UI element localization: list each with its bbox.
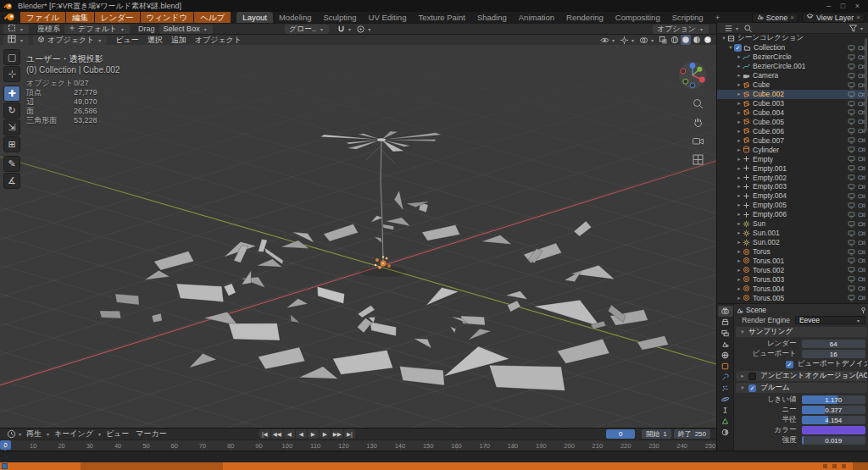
disable-render-toggle[interactable] (858, 266, 865, 274)
timeline-editor-icon[interactable] (6, 429, 17, 439)
close-button[interactable]: × (850, 0, 865, 12)
disable-render-toggle[interactable] (858, 257, 865, 264)
marker-menu[interactable]: マーカー (132, 429, 170, 440)
bloom-color-swatch[interactable] (802, 426, 866, 434)
drag-mode-dropdown[interactable]: Select Box ▾ (159, 25, 213, 34)
navigation-gizmo[interactable] (677, 60, 708, 91)
hide-viewport-toggle[interactable] (848, 275, 855, 283)
outliner-item-torus-005[interactable]: ▸Torus.005 (717, 293, 868, 302)
play-button[interactable]: ▶ (308, 429, 319, 439)
sampling-section-header[interactable]: ▾ サンプリング (736, 327, 867, 337)
expand-caret[interactable]: ▸ (736, 239, 743, 246)
unlink-view-layer-icon[interactable]: × (856, 14, 860, 21)
outliner-item-torus-002[interactable]: ▸Torus.002 (717, 265, 868, 274)
menu-render[interactable]: レンダー (95, 12, 140, 23)
ortho-grid-icon[interactable] (692, 153, 704, 166)
expand-caret[interactable]: ▸ (736, 119, 743, 125)
workspace-tab-sculpting[interactable]: Sculpting (317, 12, 362, 23)
zoom-icon[interactable] (692, 97, 704, 110)
disable-render-toggle[interactable] (858, 248, 865, 256)
particle-properties-tab[interactable] (718, 383, 733, 394)
expand-caret[interactable]: ▸ (736, 202, 743, 208)
outliner-item-empty-006[interactable]: ▸Empty.006 (717, 210, 868, 219)
constraint-properties-tab[interactable] (718, 405, 733, 416)
disable-render-toggle[interactable] (858, 192, 865, 200)
search-icon[interactable] (743, 24, 754, 33)
disable-render-toggle[interactable] (858, 155, 865, 163)
expand-caret[interactable]: ▸ (736, 81, 743, 88)
disable-render-toggle[interactable] (858, 146, 865, 153)
outliner-item-torus-001[interactable]: ▸Torus.001 (717, 257, 868, 266)
hide-viewport-toggle[interactable] (848, 211, 855, 218)
annotate-tool-button[interactable]: ✎ (3, 156, 20, 172)
expand-caret[interactable]: ▸ (736, 137, 743, 144)
orientation-dropdown[interactable]: デフォルト ▾ (64, 25, 130, 34)
outliner-item-empty-001[interactable]: ▸Empty.001 (717, 163, 868, 173)
hide-viewport-toggle[interactable] (848, 202, 855, 209)
workspace-tab-layout[interactable]: Layout (236, 12, 273, 23)
view-layer-selector[interactable]: View Layer × (802, 13, 865, 23)
outliner-item-empty-003[interactable]: ▸Empty.003 (717, 182, 868, 191)
taskbar-clock-area[interactable] (853, 462, 868, 470)
expand-caret[interactable]: ▾ (721, 35, 727, 41)
expand-caret[interactable]: ▾ (727, 44, 734, 51)
menu-edit[interactable]: 編集 (66, 12, 94, 23)
outliner-item-camera[interactable]: ▸Camera (717, 71, 868, 80)
outliner-item-cube-002[interactable]: ▸Cube.002 (717, 90, 868, 99)
hide-viewport-toggle[interactable] (848, 239, 855, 246)
viewport-canvas[interactable] (0, 45, 716, 428)
outliner-item-empty-005[interactable]: ▸Empty.005 (717, 201, 868, 210)
samples-viewport-field[interactable]: 16 (802, 350, 866, 358)
disable-render-toggle[interactable] (858, 202, 865, 209)
expand-caret[interactable]: ▸ (736, 285, 743, 292)
prev-frame-button[interactable]: ◀ (296, 429, 307, 439)
view-menu[interactable]: ビュー (111, 35, 142, 46)
start-button[interactable] (2, 463, 8, 469)
next-frame-button[interactable]: ▶ (320, 429, 331, 439)
material-properties-tab[interactable] (718, 427, 733, 438)
expand-caret[interactable]: ▸ (736, 165, 743, 172)
hide-viewport-toggle[interactable] (848, 174, 855, 181)
bloom-knee-slider[interactable]: 0.377 (802, 406, 866, 414)
viewport-denoise-checkbox[interactable]: ✓ (786, 361, 793, 368)
hide-viewport-toggle[interactable] (848, 164, 855, 172)
maximize-button[interactable]: □ (836, 0, 850, 12)
expand-caret[interactable]: ▸ (736, 267, 743, 274)
disable-render-toggle[interactable] (858, 164, 865, 172)
hide-viewport-toggle[interactable] (848, 100, 855, 108)
workspace-tab-animation[interactable]: Animation (513, 12, 560, 23)
hide-viewport-toggle[interactable] (848, 81, 855, 89)
shading-wireframe-button[interactable] (670, 35, 680, 45)
hide-viewport-toggle[interactable] (848, 72, 855, 80)
expand-caret[interactable]: ▸ (736, 53, 743, 60)
hide-viewport-toggle[interactable] (848, 63, 855, 70)
outliner-item-cube[interactable]: ▸Cube (717, 80, 868, 90)
hide-viewport-toggle[interactable] (848, 108, 855, 116)
overlays-toggle-icon[interactable] (638, 36, 649, 45)
data-properties-tab[interactable] (718, 416, 733, 427)
outliner-item-empty[interactable]: ▸Empty (717, 154, 868, 163)
hide-viewport-toggle[interactable] (848, 136, 855, 144)
prev-keyframe-button[interactable]: ◀◀ (271, 429, 283, 439)
outliner-item-empty-004[interactable]: ▸Empty.004 (717, 191, 868, 201)
outliner-scene-collection[interactable]: ▾シーンコレクション (717, 34, 868, 43)
expand-caret[interactable]: ▸ (736, 276, 743, 283)
bloom-intensity-slider[interactable]: 0.019 (802, 436, 866, 445)
workspace-tab-modeling[interactable]: Modeling (273, 12, 318, 23)
blender-logo-icon[interactable] (4, 12, 15, 23)
playback-menu[interactable]: 再生 (23, 429, 45, 440)
expand-caret[interactable]: ▸ (736, 147, 743, 153)
hide-viewport-toggle[interactable] (848, 44, 855, 52)
frame-end-field[interactable]: 終了 250 (674, 429, 710, 439)
shading-rendered-button[interactable] (703, 35, 713, 45)
hide-viewport-toggle[interactable] (848, 285, 855, 292)
menu-file[interactable]: ファイル (20, 12, 65, 23)
expand-caret[interactable]: ▸ (736, 192, 743, 199)
select-box-tool-button[interactable]: ▢ (3, 49, 20, 65)
scene-selector[interactable]: Scene × (752, 13, 798, 23)
modifier-properties-tab[interactable] (718, 372, 733, 383)
play-reverse-button[interactable]: ◀ (284, 429, 295, 439)
mode-dropdown[interactable]: オブジェクト ▾ (33, 36, 107, 45)
expand-caret[interactable]: ▸ (736, 91, 743, 97)
pan-hand-icon[interactable] (692, 116, 704, 129)
